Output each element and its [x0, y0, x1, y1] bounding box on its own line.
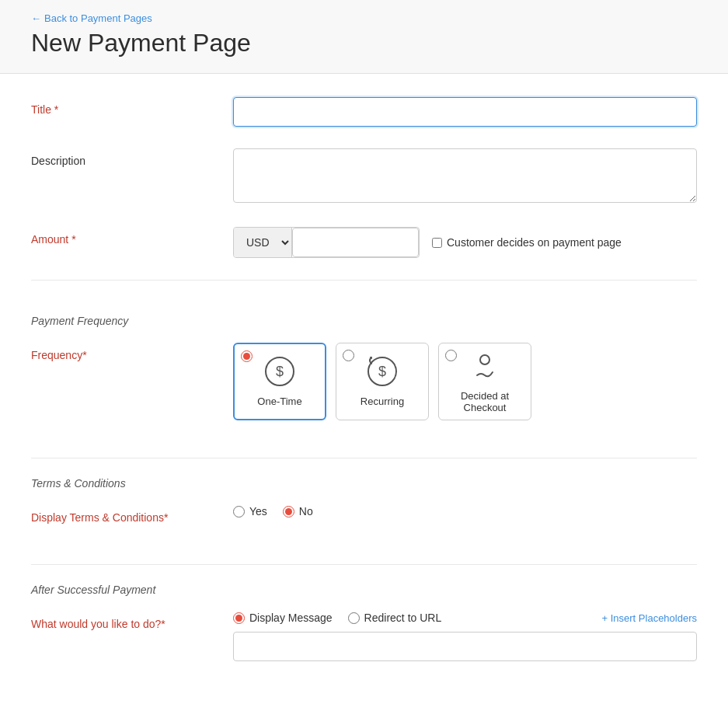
display-message-label[interactable]: Display Message	[233, 612, 333, 624]
recurring-label: Recurring	[361, 396, 404, 407]
frequency-one-time-radio[interactable]	[241, 350, 253, 362]
svg-text:$: $	[378, 364, 386, 379]
terms-no-radio[interactable]	[283, 506, 294, 518]
back-link-text: Back to Payment Pages	[44, 12, 152, 24]
title-input[interactable]	[233, 97, 697, 127]
terms-yes-label[interactable]: Yes	[233, 505, 267, 518]
description-label: Description	[31, 148, 233, 167]
frequency-row: Frequency* $ One-Time	[31, 343, 697, 420]
header: ← Back to Payment Pages New Payment Page	[0, 0, 728, 74]
frequency-options-wrapper: $ One-Time $	[233, 343, 697, 420]
divider-1	[31, 280, 697, 281]
title-label: Title *	[31, 97, 233, 116]
frequency-options: $ One-Time $	[233, 343, 697, 420]
amount-label: Amount *	[31, 227, 233, 246]
action-radio-group: Display Message Redirect to URL	[233, 612, 602, 624]
terms-section: Terms & Conditions Display Terms & Condi…	[31, 458, 697, 564]
one-time-icon: $	[264, 356, 295, 389]
customer-decides-text: Customer decides on payment page	[447, 236, 622, 249]
currency-select[interactable]: USD	[234, 228, 292, 257]
payment-frequency-header: Payment Frequency	[31, 315, 697, 327]
frequency-recurring[interactable]: $ Recurring	[336, 343, 429, 420]
amount-number-input[interactable]	[292, 228, 419, 257]
what-to-do-controls: Display Message Redirect to URL + Insert…	[233, 612, 697, 624]
redirect-url-text: Redirect to URL	[364, 612, 442, 624]
after-payment-header: After Successful Payment	[31, 584, 697, 596]
back-arrow-icon: ←	[31, 12, 41, 24]
customer-decides-label[interactable]: Customer decides on payment page	[432, 236, 622, 249]
amount-controls: USD Customer decides on payment page	[233, 227, 697, 258]
page-wrapper: ← Back to Payment Pages New Payment Page…	[0, 0, 728, 704]
payment-frequency-section: Payment Frequency Frequency* $	[31, 299, 697, 458]
page-title: New Payment Page	[31, 29, 697, 58]
amount-row: Amount * USD Customer decides on payment…	[31, 227, 697, 258]
redirect-url-radio[interactable]	[348, 612, 360, 624]
terms-no-label[interactable]: No	[283, 505, 313, 518]
recurring-icon: $	[367, 356, 398, 389]
terms-header: Terms & Conditions	[31, 477, 697, 490]
display-message-radio[interactable]	[233, 612, 245, 624]
title-input-wrapper	[233, 97, 697, 127]
one-time-label: One-Time	[257, 396, 301, 407]
terms-yes-radio[interactable]	[233, 506, 245, 518]
frequency-checkout-radio[interactable]	[445, 350, 457, 361]
amount-input-group: USD	[233, 227, 420, 258]
svg-point-4	[480, 355, 489, 364]
message-input[interactable]	[233, 632, 697, 661]
display-terms-row: Display Terms & Conditions* Yes No	[31, 505, 697, 524]
message-input-container	[233, 632, 697, 661]
display-message-text: Display Message	[249, 612, 333, 624]
form-container: Title * Description Amount * USD	[0, 74, 728, 704]
redirect-url-label[interactable]: Redirect to URL	[348, 612, 442, 624]
title-row: Title *	[31, 97, 697, 127]
back-link[interactable]: ← Back to Payment Pages	[31, 12, 697, 24]
what-to-do-options-wrapper: Display Message Redirect to URL + Insert…	[233, 612, 697, 661]
display-terms-label: Display Terms & Conditions*	[31, 505, 233, 524]
frequency-recurring-radio[interactable]	[343, 350, 354, 361]
customer-decides-checkbox[interactable]	[432, 238, 442, 248]
terms-no-text: No	[299, 505, 313, 518]
frequency-one-time[interactable]: $ One-Time	[233, 343, 326, 420]
after-payment-section: After Successful Payment What would you …	[31, 564, 697, 661]
terms-radio-group: Yes No	[233, 505, 697, 518]
display-terms-options: Yes No	[233, 505, 697, 518]
amount-input-wrapper: USD Customer decides on payment page	[233, 227, 697, 258]
checkout-icon	[469, 350, 500, 384]
description-input-wrapper	[233, 148, 697, 205]
checkout-label: Decided at Checkout	[439, 390, 531, 413]
terms-yes-text: Yes	[249, 505, 267, 518]
what-to-do-label: What would you like to do?*	[31, 612, 233, 630]
frequency-label: Frequency*	[31, 343, 233, 361]
insert-placeholders-link[interactable]: + Insert Placeholders	[602, 612, 697, 624]
description-input[interactable]	[233, 148, 697, 203]
description-row: Description	[31, 148, 697, 205]
what-to-do-row: What would you like to do?* Display Mess…	[31, 612, 697, 661]
frequency-decided-at-checkout[interactable]: Decided at Checkout	[438, 343, 531, 420]
svg-text:$: $	[276, 364, 284, 379]
